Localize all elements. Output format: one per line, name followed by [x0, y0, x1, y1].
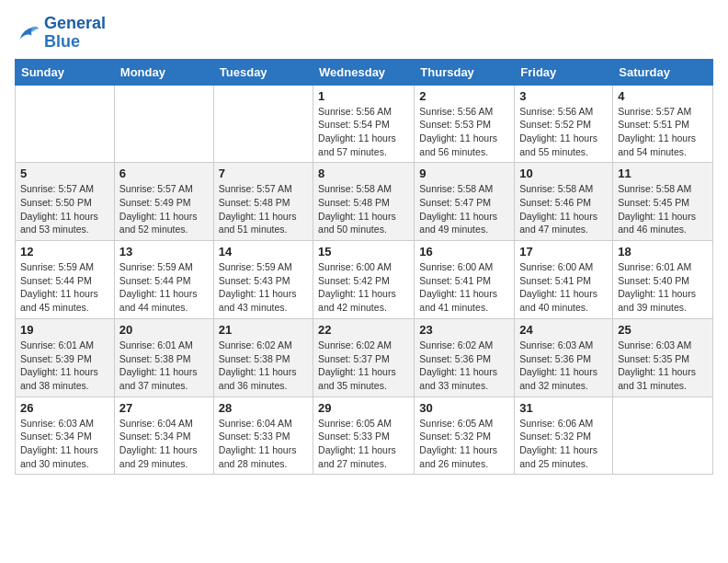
- day-info: Sunrise: 6:03 AM Sunset: 5:34 PM Dayligh…: [20, 417, 109, 471]
- day-number: 19: [20, 323, 109, 337]
- day-number: 4: [618, 89, 708, 103]
- calendar-cell: 17Sunrise: 6:00 AM Sunset: 5:41 PM Dayli…: [515, 241, 613, 319]
- day-info: Sunrise: 6:00 AM Sunset: 5:42 PM Dayligh…: [318, 260, 409, 315]
- day-info: Sunrise: 6:01 AM Sunset: 5:40 PM Dayligh…: [618, 260, 708, 315]
- calendar-cell: 30Sunrise: 6:05 AM Sunset: 5:32 PM Dayli…: [415, 396, 515, 475]
- day-info: Sunrise: 6:02 AM Sunset: 5:36 PM Dayligh…: [419, 339, 509, 393]
- day-info: Sunrise: 5:58 AM Sunset: 5:47 PM Dayligh…: [419, 182, 509, 236]
- calendar-week-row: 1Sunrise: 5:56 AM Sunset: 5:54 PM Daylig…: [16, 85, 713, 163]
- day-number: 13: [119, 245, 209, 259]
- day-number: 28: [219, 401, 308, 415]
- day-info: Sunrise: 5:56 AM Sunset: 5:54 PM Dayligh…: [318, 105, 409, 159]
- calendar-cell: 10Sunrise: 5:58 AM Sunset: 5:46 PM Dayli…: [515, 163, 613, 241]
- calendar-week-row: 19Sunrise: 6:01 AM Sunset: 5:39 PM Dayli…: [16, 318, 713, 396]
- calendar-cell: [114, 85, 213, 163]
- day-info: Sunrise: 6:00 AM Sunset: 5:41 PM Dayligh…: [519, 260, 608, 315]
- day-info: Sunrise: 6:01 AM Sunset: 5:39 PM Dayligh…: [20, 339, 109, 393]
- calendar-cell: 28Sunrise: 6:04 AM Sunset: 5:33 PM Dayli…: [213, 396, 313, 475]
- calendar-cell: 12Sunrise: 5:59 AM Sunset: 5:44 PM Dayli…: [16, 241, 115, 319]
- calendar-week-row: 12Sunrise: 5:59 AM Sunset: 5:44 PM Dayli…: [16, 241, 713, 319]
- calendar-cell: 4Sunrise: 5:57 AM Sunset: 5:51 PM Daylig…: [613, 85, 713, 163]
- calendar-cell: 19Sunrise: 6:01 AM Sunset: 5:39 PM Dayli…: [16, 318, 115, 396]
- calendar-cell: 25Sunrise: 6:03 AM Sunset: 5:35 PM Dayli…: [613, 318, 713, 396]
- calendar-cell: 18Sunrise: 6:01 AM Sunset: 5:40 PM Dayli…: [613, 241, 713, 319]
- day-number: 2: [419, 89, 509, 103]
- day-info: Sunrise: 6:03 AM Sunset: 5:35 PM Dayligh…: [618, 339, 708, 393]
- day-info: Sunrise: 6:02 AM Sunset: 5:37 PM Dayligh…: [318, 339, 409, 393]
- calendar-header: SundayMondayTuesdayWednesdayThursdayFrid…: [16, 59, 713, 85]
- day-number: 25: [618, 323, 708, 337]
- day-info: Sunrise: 6:06 AM Sunset: 5:32 PM Dayligh…: [519, 417, 608, 471]
- day-number: 11: [618, 167, 708, 180]
- day-number: 3: [519, 89, 608, 103]
- calendar-cell: 5Sunrise: 5:57 AM Sunset: 5:50 PM Daylig…: [16, 163, 115, 241]
- calendar-table: SundayMondayTuesdayWednesdayThursdayFrid…: [15, 59, 713, 476]
- day-info: Sunrise: 5:56 AM Sunset: 5:53 PM Dayligh…: [419, 105, 509, 159]
- day-info: Sunrise: 5:58 AM Sunset: 5:46 PM Dayligh…: [519, 182, 608, 236]
- day-number: 21: [219, 323, 308, 337]
- weekday-header: Friday: [515, 59, 613, 85]
- day-number: 30: [419, 401, 509, 415]
- day-number: 7: [219, 167, 308, 180]
- calendar-cell: 15Sunrise: 6:00 AM Sunset: 5:42 PM Dayli…: [313, 241, 415, 319]
- day-number: 18: [618, 245, 708, 259]
- calendar-cell: 21Sunrise: 6:02 AM Sunset: 5:38 PM Dayli…: [213, 318, 313, 396]
- day-info: Sunrise: 5:57 AM Sunset: 5:51 PM Dayligh…: [618, 105, 708, 159]
- calendar-cell: 13Sunrise: 5:59 AM Sunset: 5:44 PM Dayli…: [114, 241, 213, 319]
- calendar-cell: 3Sunrise: 5:56 AM Sunset: 5:52 PM Daylig…: [515, 85, 613, 163]
- weekday-header: Thursday: [415, 59, 515, 85]
- weekday-header: Saturday: [613, 59, 713, 85]
- day-number: 16: [419, 245, 509, 259]
- weekday-header: Monday: [114, 59, 213, 85]
- day-info: Sunrise: 6:01 AM Sunset: 5:38 PM Dayligh…: [119, 339, 209, 393]
- weekday-header: Wednesday: [313, 59, 415, 85]
- calendar-cell: 31Sunrise: 6:06 AM Sunset: 5:32 PM Dayli…: [515, 396, 613, 475]
- day-number: 5: [20, 167, 109, 180]
- day-number: 22: [318, 323, 409, 337]
- day-info: Sunrise: 5:58 AM Sunset: 5:48 PM Dayligh…: [318, 182, 409, 236]
- day-info: Sunrise: 5:56 AM Sunset: 5:52 PM Dayligh…: [519, 105, 608, 159]
- weekday-header: Sunday: [16, 59, 115, 85]
- calendar-cell: 29Sunrise: 6:05 AM Sunset: 5:33 PM Dayli…: [313, 396, 415, 475]
- day-number: 17: [519, 245, 608, 259]
- calendar-cell: 14Sunrise: 5:59 AM Sunset: 5:43 PM Dayli…: [213, 241, 313, 319]
- day-number: 23: [419, 323, 509, 337]
- day-info: Sunrise: 6:05 AM Sunset: 5:32 PM Dayligh…: [419, 417, 509, 471]
- day-number: 29: [318, 401, 409, 415]
- day-info: Sunrise: 6:00 AM Sunset: 5:41 PM Dayligh…: [419, 260, 509, 315]
- calendar-cell: 23Sunrise: 6:02 AM Sunset: 5:36 PM Dayli…: [415, 318, 515, 396]
- logo-icon: [15, 20, 40, 46]
- header-row: SundayMondayTuesdayWednesdayThursdayFrid…: [16, 59, 713, 85]
- calendar-cell: 11Sunrise: 5:58 AM Sunset: 5:45 PM Dayli…: [613, 163, 713, 241]
- day-info: Sunrise: 5:58 AM Sunset: 5:45 PM Dayligh…: [618, 182, 708, 236]
- calendar-cell: 9Sunrise: 5:58 AM Sunset: 5:47 PM Daylig…: [415, 163, 515, 241]
- day-number: 31: [519, 401, 608, 415]
- calendar-cell: 20Sunrise: 6:01 AM Sunset: 5:38 PM Dayli…: [114, 318, 213, 396]
- day-info: Sunrise: 5:57 AM Sunset: 5:49 PM Dayligh…: [119, 182, 209, 236]
- day-info: Sunrise: 5:59 AM Sunset: 5:44 PM Dayligh…: [20, 260, 109, 315]
- day-info: Sunrise: 5:57 AM Sunset: 5:48 PM Dayligh…: [219, 182, 308, 236]
- calendar-week-row: 26Sunrise: 6:03 AM Sunset: 5:34 PM Dayli…: [16, 396, 713, 475]
- day-info: Sunrise: 5:59 AM Sunset: 5:43 PM Dayligh…: [219, 260, 308, 315]
- calendar-cell: 16Sunrise: 6:00 AM Sunset: 5:41 PM Dayli…: [415, 241, 515, 319]
- weekday-header: Tuesday: [213, 59, 313, 85]
- day-number: 1: [318, 89, 409, 103]
- calendar-cell: 27Sunrise: 6:04 AM Sunset: 5:34 PM Dayli…: [114, 396, 213, 475]
- calendar-cell: 8Sunrise: 5:58 AM Sunset: 5:48 PM Daylig…: [313, 163, 415, 241]
- calendar-cell: 6Sunrise: 5:57 AM Sunset: 5:49 PM Daylig…: [114, 163, 213, 241]
- calendar-week-row: 5Sunrise: 5:57 AM Sunset: 5:50 PM Daylig…: [16, 163, 713, 241]
- day-number: 10: [519, 167, 608, 180]
- calendar-cell: 24Sunrise: 6:03 AM Sunset: 5:36 PM Dayli…: [515, 318, 613, 396]
- calendar-cell: [213, 85, 313, 163]
- day-number: 6: [119, 167, 209, 180]
- day-info: Sunrise: 6:03 AM Sunset: 5:36 PM Dayligh…: [519, 339, 608, 393]
- day-info: Sunrise: 6:04 AM Sunset: 5:34 PM Dayligh…: [119, 417, 209, 471]
- day-info: Sunrise: 6:02 AM Sunset: 5:38 PM Dayligh…: [219, 339, 308, 393]
- day-number: 9: [419, 167, 509, 180]
- day-number: 12: [20, 245, 109, 259]
- day-number: 26: [20, 401, 109, 415]
- calendar-cell: 2Sunrise: 5:56 AM Sunset: 5:53 PM Daylig…: [415, 85, 515, 163]
- calendar-cell: 7Sunrise: 5:57 AM Sunset: 5:48 PM Daylig…: [213, 163, 313, 241]
- day-number: 14: [219, 245, 308, 259]
- day-number: 24: [519, 323, 608, 337]
